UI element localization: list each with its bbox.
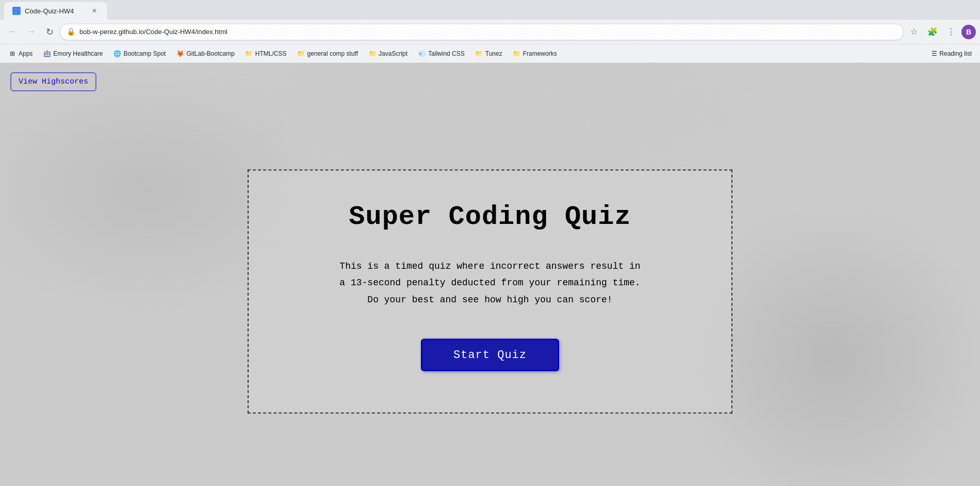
quiz-container: Super Coding Quiz This is a timed quiz w… — [248, 170, 732, 414]
bookmark-frameworks[interactable]: 📁 Frameworks — [509, 47, 561, 60]
emory-icon: 🏥 — [43, 50, 51, 58]
extensions-button[interactable]: 🧩 — [924, 24, 941, 40]
address-bar[interactable]: 🔒 bob-w-perez.github.io/Code-Quiz-HW4/in… — [60, 24, 904, 40]
frameworks-icon: 📁 — [513, 50, 521, 58]
address-bar-row: ← → ↻ 🔒 bob-w-perez.github.io/Code-Quiz-… — [0, 20, 980, 44]
tab-bar: Code-Quiz-HW4 ✕ — [0, 0, 980, 20]
tunez-icon: 📁 — [475, 50, 483, 58]
bookmark-generalcomp[interactable]: 📁 general comp stuff — [293, 47, 363, 60]
address-bar-right: ☆ 🧩 ⋮ B — [906, 24, 976, 40]
tunez-label: Tunez — [485, 50, 502, 57]
quiz-description: This is a timed quiz where incorrect ans… — [339, 258, 640, 308]
tab-close-button[interactable]: ✕ — [90, 6, 99, 15]
reading-list-icon: ☰ — [932, 50, 937, 57]
tailwind-label: Tailwind CSS — [428, 50, 465, 57]
tab-title: Code-Quiz-HW4 — [25, 7, 86, 15]
htmlcss-icon: 📁 — [245, 50, 253, 58]
bookmark-htmlcss[interactable]: 📁 HTML/CSS — [241, 47, 291, 60]
menu-button[interactable]: ⋮ — [943, 24, 959, 40]
start-quiz-button[interactable]: Start Quiz — [421, 339, 559, 371]
quiz-description-line2: a 13-second penalty deducted from your r… — [339, 278, 640, 288]
browser-frame: Code-Quiz-HW4 ✕ ← → ↻ 🔒 bob-w-perez.gith… — [0, 0, 980, 486]
bookmark-bootcamp[interactable]: 🌐 Bootcamp Spot — [109, 47, 170, 60]
tab-favicon — [12, 7, 21, 15]
frameworks-label: Frameworks — [523, 50, 557, 57]
apps-label: Apps — [19, 50, 32, 57]
htmlcss-label: HTML/CSS — [255, 50, 287, 57]
quiz-description-line1: This is a timed quiz where incorrect ans… — [339, 261, 640, 271]
quiz-container-wrapper: Super Coding Quiz This is a timed quiz w… — [248, 170, 732, 414]
bookmark-gitlab[interactable]: 🦊 GitLab-Bootcamp — [172, 47, 238, 60]
reading-list-button[interactable]: ☰ Reading list — [927, 48, 976, 59]
page-content: View Highscores Super Coding Quiz This i… — [0, 63, 980, 486]
lock-icon: 🔒 — [67, 27, 75, 36]
bookmark-tailwind[interactable]: 💨 Tailwind CSS — [414, 47, 469, 60]
quiz-description-line3: Do your best and see how high you can sc… — [367, 294, 612, 304]
apps-icon: ⊞ — [8, 50, 17, 58]
emory-label: Emory Healthcare — [53, 50, 103, 57]
reload-button[interactable]: ↻ — [41, 24, 58, 40]
tailwind-icon: 💨 — [418, 50, 426, 58]
generalcomp-label: general comp stuff — [307, 50, 358, 57]
bookmark-tunez[interactable]: 📁 Tunez — [471, 47, 507, 60]
quiz-title: Super Coding Quiz — [349, 202, 631, 232]
reading-list-label: Reading list — [939, 50, 972, 57]
bootcamp-label: Bootcamp Spot — [123, 50, 166, 57]
star-button[interactable]: ☆ — [906, 24, 922, 40]
javascript-icon: 📁 — [368, 50, 377, 58]
url-text: bob-w-perez.github.io/Code-Quiz-HW4/inde… — [79, 28, 897, 36]
bookmark-emory[interactable]: 🏥 Emory Healthcare — [39, 47, 107, 60]
bookmarks-bar: ⊞ Apps 🏥 Emory Healthcare 🌐 Bootcamp Spo… — [0, 44, 980, 63]
forward-button[interactable]: → — [23, 24, 39, 40]
gitlab-label: GitLab-Bootcamp — [186, 50, 234, 57]
active-tab[interactable]: Code-Quiz-HW4 ✕ — [4, 2, 107, 20]
gitlab-icon: 🦊 — [176, 50, 184, 58]
view-highscores-button[interactable]: View Highscores — [10, 72, 96, 91]
bookmark-apps[interactable]: ⊞ Apps — [4, 47, 37, 60]
bookmark-javascript[interactable]: 📁 JavaScript — [364, 47, 412, 60]
back-button[interactable]: ← — [4, 24, 21, 40]
bootcamp-icon: 🌐 — [113, 50, 121, 58]
profile-avatar[interactable]: B — [961, 25, 976, 39]
generalcomp-icon: 📁 — [297, 50, 305, 58]
javascript-label: JavaScript — [379, 50, 407, 57]
